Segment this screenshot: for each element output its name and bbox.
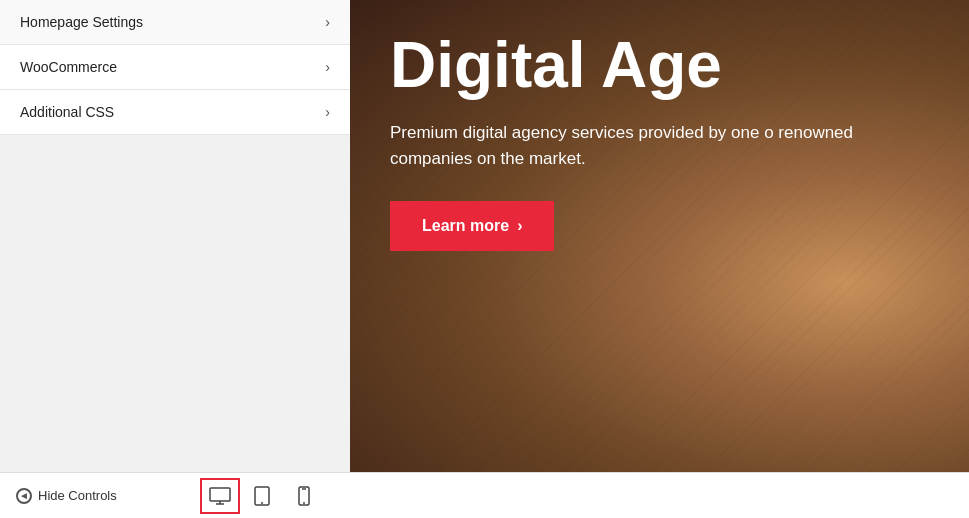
desktop-icon [209,487,231,505]
sidebar-item-additional-css[interactable]: Additional CSS › [0,90,350,135]
svg-rect-0 [210,488,230,501]
hide-controls-icon: ◄ [16,488,32,504]
main-area: Homepage Settings › WooCommerce › Additi… [0,0,969,472]
sidebar-item-label: Additional CSS [20,104,114,120]
sidebar-item-label: WooCommerce [20,59,117,75]
mobile-view-button[interactable] [284,478,324,514]
hero-subtitle: Premium digital agency services provided… [390,120,910,171]
sidebar: Homepage Settings › WooCommerce › Additi… [0,0,350,472]
learn-more-button[interactable]: Learn more › [390,201,554,251]
hero-section: Digital Age Premium digital agency servi… [350,0,969,472]
tablet-icon [254,486,270,506]
sidebar-item-homepage-settings[interactable]: Homepage Settings › [0,0,350,45]
chevron-right-icon: › [325,14,330,30]
tablet-view-button[interactable] [242,478,282,514]
mobile-icon [298,486,310,506]
button-chevron-icon: › [517,217,522,235]
hero-title: Digital Age [390,30,929,100]
hide-controls-button[interactable]: ◄ Hide Controls [16,488,117,504]
svg-point-4 [261,502,263,504]
hide-controls-label: Hide Controls [38,488,117,503]
sidebar-item-woocommerce[interactable]: WooCommerce › [0,45,350,90]
bottom-bar: ◄ Hide Controls [0,472,969,518]
svg-point-6 [303,502,305,504]
sidebar-spacer [0,135,350,472]
chevron-right-icon: › [325,104,330,120]
chevron-right-icon: › [325,59,330,75]
learn-more-label: Learn more [422,217,509,235]
hero-content: Digital Age Premium digital agency servi… [350,0,969,281]
sidebar-item-label: Homepage Settings [20,14,143,30]
device-controls [200,478,324,514]
desktop-view-button[interactable] [200,478,240,514]
